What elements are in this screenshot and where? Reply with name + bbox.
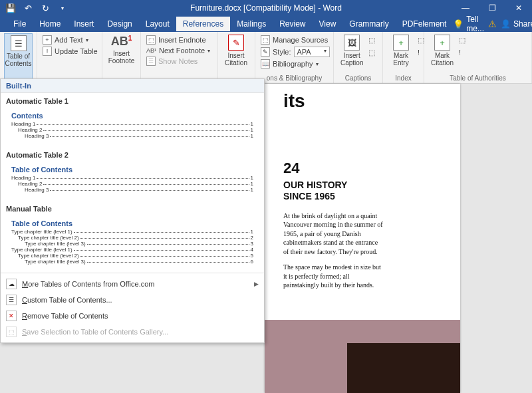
update-table-icon: ! xyxy=(43,47,52,56)
tab-grammarly[interactable]: Grammarly xyxy=(342,17,395,31)
share-label: Share xyxy=(513,19,532,29)
citations-group-label: ons & Bibliography xyxy=(259,73,329,83)
doc-inner-image xyxy=(347,343,460,393)
restore-button[interactable]: ❐ xyxy=(479,0,505,16)
submenu-arrow-icon: ▶ xyxy=(254,281,259,287)
share-icon: 👤 xyxy=(501,19,511,29)
tab-pdfelement[interactable]: PDFelement xyxy=(396,17,454,31)
insert-footnote-button[interactable]: AB1 Insert Footnote xyxy=(106,33,136,83)
tab-design[interactable]: Design xyxy=(100,17,138,31)
next-footnote-icon: AB¹ xyxy=(146,47,156,54)
workspace-background xyxy=(460,84,532,393)
doc-image-block xyxy=(265,320,460,393)
bibliography-button[interactable]: 📖Bibliography▾ xyxy=(259,59,331,69)
manage-sources-icon: ⬚ xyxy=(261,35,270,45)
insert-caption-button[interactable]: 🖼 Insert Caption xyxy=(338,33,366,73)
remove-toc-menuitem[interactable]: ✕ Remove Table of Contents xyxy=(1,308,264,324)
toc-label: Table of Contents xyxy=(5,53,31,67)
mark-citation-icon: + xyxy=(434,35,450,51)
ribbon: ☰ Table of Contents +Add Text▾ !Update T… xyxy=(0,32,532,84)
caption-extra-icon-1[interactable]: ⬚ xyxy=(368,36,375,45)
save-selection-menuitem: ⬚ Save Selection to Table of Contents Ga… xyxy=(1,324,264,340)
manual-table-title: Manual Table xyxy=(1,201,264,215)
index-extra-icon-1[interactable]: ⬚ xyxy=(418,36,424,45)
mark-entry-icon: + xyxy=(393,35,409,51)
close-button[interactable]: ✕ xyxy=(505,0,532,16)
insert-endnote-button[interactable]: ⬚Insert Endnote xyxy=(145,35,211,45)
manual-table-preview[interactable]: Table of Contents Type chapter title (le… xyxy=(6,215,259,269)
auto-table-2-preview[interactable]: Table of Contents Heading 11 Heading 21 … xyxy=(6,162,259,197)
doc-page-number: 24 xyxy=(283,160,447,177)
custom-toc-menuitem[interactable]: ☰ Custom Table of Contents... xyxy=(1,292,264,308)
update-table-button[interactable]: !Update Table xyxy=(41,46,99,57)
endnote-icon: ⬚ xyxy=(146,35,156,45)
toc-gallery-dropdown: Built-In Automatic Table 1 Contents Head… xyxy=(0,78,265,343)
title-bar: 💾 ↶ ↻ ▾ Furniture.docx [Compatibility Mo… xyxy=(0,0,532,16)
custom-toc-icon: ☰ xyxy=(6,295,17,305)
authorities-extra-icon-1[interactable]: ⬚ xyxy=(459,36,466,45)
citation-icon: ✎ xyxy=(228,35,244,51)
doc-paragraph-1: At the brink of daylight on a quaint Van… xyxy=(283,211,383,257)
tab-file[interactable]: File xyxy=(7,17,33,31)
save-icon[interactable]: 💾 xyxy=(5,3,16,13)
auto-table-2-title: Automatic Table 2 xyxy=(1,147,264,162)
share-button[interactable]: 👤 Share xyxy=(501,19,532,29)
authorities-group-label: Table of Authorities xyxy=(428,73,527,83)
table-of-contents-button[interactable]: ☰ Table of Contents xyxy=(4,33,33,83)
tab-insert[interactable]: Insert xyxy=(67,17,100,31)
insert-citation-button[interactable]: ✎ Insert Citation xyxy=(222,33,250,83)
caption-icon: 🖼 xyxy=(344,35,360,51)
tab-view[interactable]: View xyxy=(313,17,343,31)
mark-citation-button[interactable]: + Mark Citation xyxy=(428,33,456,73)
minimize-button[interactable]: — xyxy=(452,0,479,16)
auto-table-1-preview[interactable]: Contents Heading 11 Heading 21 Heading 3… xyxy=(6,108,259,143)
redo-icon[interactable]: ↻ xyxy=(40,3,51,13)
tab-references[interactable]: References xyxy=(176,17,230,31)
ribbon-tabs: File Home Insert Design Layout Reference… xyxy=(0,16,532,32)
warning-icon[interactable]: ⚠ xyxy=(488,19,497,29)
footnote-icon: AB1 xyxy=(111,35,132,49)
tab-review[interactable]: Review xyxy=(273,17,312,31)
show-notes-icon: ☰ xyxy=(146,57,156,66)
captions-group-label: Captions xyxy=(338,73,378,83)
save-selection-icon: ⬚ xyxy=(6,327,17,337)
office-icon: ☁ xyxy=(6,279,17,289)
tab-home[interactable]: Home xyxy=(33,17,67,31)
window-title: Furniture.docx [Compatibility Mode] - Wo… xyxy=(190,3,342,13)
tab-mailings[interactable]: Mailings xyxy=(230,17,273,31)
document-page[interactable]: its 24 OUR HISTORY SINCE 1965 At the bri… xyxy=(265,84,460,393)
index-group-label: Index xyxy=(387,73,420,83)
tab-layout[interactable]: Layout xyxy=(139,17,176,31)
manage-sources-button[interactable]: ⬚Manage Sources xyxy=(259,35,331,45)
citation-style-select[interactable]: ✎Style: APA▾ xyxy=(259,46,331,58)
authorities-extra-icon-2[interactable]: ! xyxy=(459,49,466,57)
doc-subtitle: OUR HISTORY SINCE 1965 xyxy=(283,180,447,202)
mark-entry-button[interactable]: + Mark Entry xyxy=(387,33,415,73)
add-text-button[interactable]: +Add Text▾ xyxy=(41,35,99,45)
more-toc-menuitem[interactable]: ☁ More Tables of Contents from Office.co… xyxy=(1,276,264,292)
add-text-icon: + xyxy=(43,35,52,45)
next-footnote-button[interactable]: AB¹Next Footnote▾ xyxy=(145,46,211,55)
lightbulb-icon: 💡 xyxy=(453,19,464,29)
caption-extra-icon-2[interactable]: ⬚ xyxy=(368,49,375,57)
bibliography-icon: 📖 xyxy=(261,59,270,68)
doc-heading-partial: its xyxy=(283,90,447,112)
show-notes-button[interactable]: ☰Show Notes xyxy=(145,56,211,66)
doc-paragraph-2: The space may be modest in size but it i… xyxy=(283,263,383,290)
qat-dropdown-icon[interactable]: ▾ xyxy=(57,3,68,13)
tell-me-label: Tell me... xyxy=(466,15,484,33)
gallery-header-builtin: Built-In xyxy=(1,79,264,93)
index-extra-icon-2[interactable]: ! xyxy=(418,49,424,57)
window-controls: — ❐ ✕ xyxy=(452,0,532,16)
tell-me-search[interactable]: 💡 Tell me... xyxy=(453,15,484,33)
style-icon: ✎ xyxy=(261,47,270,57)
remove-toc-icon: ✕ xyxy=(6,311,17,321)
auto-table-1-title: Automatic Table 1 xyxy=(1,93,264,108)
toc-icon: ☰ xyxy=(11,35,27,51)
undo-icon[interactable]: ↶ xyxy=(23,3,33,13)
quick-access-toolbar: 💾 ↶ ↻ ▾ xyxy=(0,3,68,13)
